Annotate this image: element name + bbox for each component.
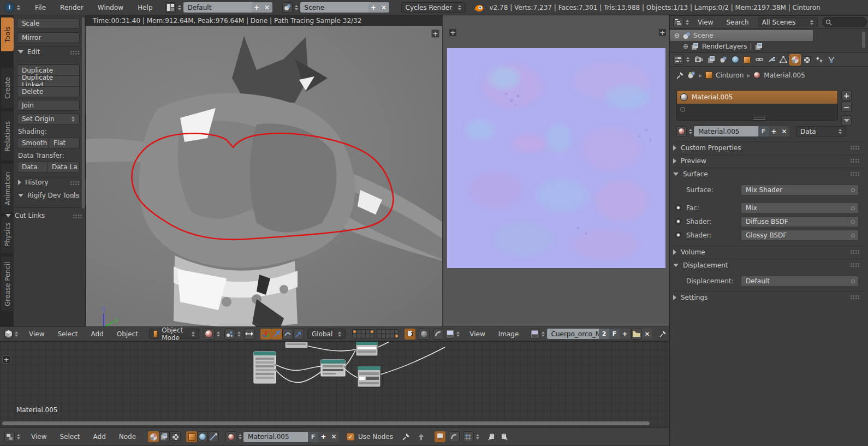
image-new-button[interactable]: + <box>620 329 630 339</box>
scene-name-field[interactable]: Scene <box>300 2 368 13</box>
material-add-button[interactable]: + <box>769 126 779 136</box>
displacement-panel[interactable]: Displacement <box>673 260 865 270</box>
mode-dropdown[interactable]: Object Mode <box>149 329 199 339</box>
tab-data[interactable] <box>777 54 789 66</box>
list-resize-grip[interactable] <box>753 117 765 120</box>
uv-menu-image[interactable]: Image <box>492 330 526 338</box>
node-menu-node[interactable]: Node <box>112 433 142 441</box>
snap-icon[interactable] <box>449 431 460 442</box>
breadcrumb-material[interactable]: Material.005 <box>764 72 805 79</box>
image-browse-stepper[interactable] <box>542 331 545 337</box>
tool-shelf-scrollbar[interactable] <box>82 17 85 209</box>
node-editor-type-icon[interactable] <box>4 432 15 442</box>
slot-add-button[interactable]: + <box>841 90 852 100</box>
tab-constraints[interactable] <box>753 54 765 66</box>
node-editor-stepper[interactable] <box>17 434 20 439</box>
outliner-scrollbar[interactable] <box>862 32 865 48</box>
data-transfer-data-button[interactable]: Data <box>17 162 47 173</box>
surface-shader-dropdown[interactable]: Mix Shader <box>741 185 859 195</box>
viewport-editor-type-icon[interactable] <box>4 329 13 339</box>
scale-button[interactable]: Scale <box>17 18 80 29</box>
editor-type-stepper[interactable] <box>17 5 20 10</box>
tab-animation[interactable]: Animation <box>1 164 14 213</box>
scene-add-button[interactable]: + <box>368 2 379 13</box>
scene-delete-button[interactable]: ✕ <box>379 2 389 13</box>
viewport-menu-select[interactable]: Select <box>51 330 84 338</box>
panel-grip[interactable] <box>850 295 859 300</box>
panel-grip[interactable] <box>850 171 859 176</box>
tab-physics[interactable] <box>825 54 837 66</box>
shader-type-world-icon[interactable] <box>197 431 208 442</box>
paste-nodes-icon[interactable] <box>499 431 510 442</box>
settings-panel[interactable]: Settings <box>673 292 865 302</box>
material-link-dropdown[interactable]: Data <box>796 126 846 136</box>
tree-type-shader-icon[interactable] <box>148 431 159 442</box>
layers-grid-2[interactable] <box>377 329 399 338</box>
outliner-item-scene[interactable]: ⊖ Scene <box>670 30 813 41</box>
history-panel-header[interactable]: History <box>18 179 49 186</box>
toolbar-region-expand-button[interactable]: + <box>2 355 10 364</box>
shader-type-object-icon[interactable] <box>186 431 197 442</box>
outliner-menu-search[interactable]: Search <box>720 19 755 26</box>
shade-flat-button[interactable]: Flat <box>49 138 80 148</box>
image-browse-icon[interactable] <box>531 329 539 339</box>
viewport-shading-icon[interactable] <box>204 329 215 340</box>
node-menu-add[interactable]: Add <box>87 433 112 441</box>
menu-file[interactable]: File <box>28 4 53 11</box>
viewport-menu-add[interactable]: Add <box>85 330 110 338</box>
material-browse-stepper[interactable] <box>689 129 692 134</box>
outliner-stepper[interactable] <box>686 20 689 25</box>
snap-stepper[interactable] <box>476 434 479 439</box>
properties-region-expand-button[interactable]: + <box>658 28 667 37</box>
render-layers-icon[interactable] <box>755 43 763 51</box>
pin-icon[interactable] <box>676 72 684 79</box>
snap-target-dropdown[interactable] <box>463 431 474 442</box>
viewport-menu-view[interactable]: View <box>22 330 51 338</box>
tab-world[interactable] <box>729 54 741 66</box>
set-origin-dropdown[interactable]: Set Origin <box>17 114 80 124</box>
tab-render[interactable] <box>693 54 705 66</box>
properties-editor-type-icon[interactable] <box>673 55 683 65</box>
manipulator-rotate-icon[interactable] <box>282 329 293 340</box>
tab-physics[interactable]: Physics <box>1 216 14 253</box>
material-unlink-button[interactable]: ✕ <box>779 126 789 136</box>
panel-grip[interactable] <box>70 194 79 199</box>
copy-nodes-icon[interactable] <box>486 431 497 442</box>
layout-stepper[interactable] <box>178 5 181 10</box>
tab-create[interactable]: Create <box>1 68 14 108</box>
editor-stepper[interactable] <box>15 331 18 337</box>
material-context-icon[interactable] <box>753 72 760 79</box>
tab-modifiers[interactable] <box>765 54 777 66</box>
image-unlink-button[interactable]: ✕ <box>642 329 652 339</box>
slot-remove-button[interactable]: − <box>841 102 852 112</box>
outliner-search-input[interactable] <box>822 17 867 27</box>
properties-region-expand-button[interactable]: + <box>431 29 439 38</box>
node-menu-select[interactable]: Select <box>53 433 86 441</box>
panel-grip[interactable] <box>850 249 859 254</box>
proportional-edit-icon[interactable] <box>419 329 430 340</box>
uv-image-editor[interactable]: + + <box>443 15 669 326</box>
material-fake-user-button[interactable]: F <box>758 126 769 136</box>
node-material-stepper[interactable] <box>239 434 242 439</box>
tree-type-texture-icon[interactable] <box>170 431 181 442</box>
material-browse-icon[interactable] <box>676 126 687 136</box>
join-button[interactable]: Join <box>17 100 80 111</box>
node-material-add-button[interactable]: + <box>318 432 329 442</box>
backdrop-toggle-icon[interactable] <box>435 431 445 442</box>
lock-to-scene-icon[interactable] <box>405 329 415 340</box>
slot-specials-button[interactable] <box>841 115 852 126</box>
menu-render[interactable]: Render <box>53 4 91 11</box>
surface-panel[interactable]: Surface <box>673 169 865 179</box>
displacement-dropdown[interactable]: Default <box>741 276 859 287</box>
pivot-point-icon[interactable] <box>224 329 235 340</box>
tab-grease-pencil[interactable]: Grease Pencil <box>1 257 14 311</box>
node-menu-view[interactable]: View <box>25 433 53 441</box>
menu-window[interactable]: Window <box>91 4 130 11</box>
layers-grid-1[interactable] <box>352 329 374 338</box>
tab-tools[interactable]: Tools <box>1 17 14 51</box>
data-transfer-layout-button[interactable]: Data La <box>47 162 80 173</box>
use-nodes-checkbox[interactable]: ✓ <box>347 433 354 441</box>
image-open-icon[interactable] <box>631 329 642 340</box>
panel-grip[interactable] <box>70 50 79 55</box>
node-material-name-field[interactable]: Material.005 <box>243 432 308 442</box>
